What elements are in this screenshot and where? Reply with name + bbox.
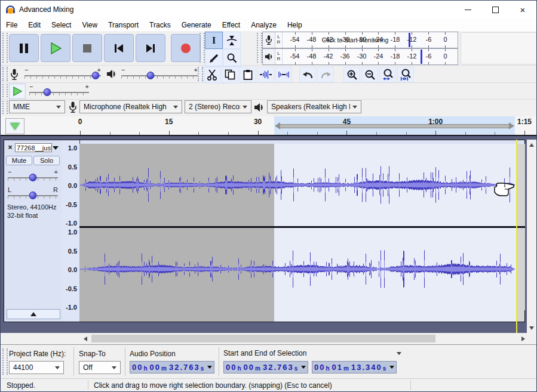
track-close-button[interactable]: × xyxy=(6,143,14,152)
zoom-out-button[interactable] xyxy=(361,67,378,82)
mute-button[interactable]: Mute xyxy=(6,156,32,165)
skip-to-start-button[interactable] xyxy=(104,34,134,62)
timeline-tick-label: 1:00 xyxy=(428,118,443,126)
menu-item-edit[interactable]: Edit xyxy=(23,21,46,29)
snap-to-dropdown[interactable]: Off xyxy=(79,361,121,374)
fit-selection-button[interactable] xyxy=(379,67,396,82)
copy-button[interactable] xyxy=(222,67,238,82)
playback-device-dropdown[interactable]: Speakers (Realtek High Def xyxy=(267,100,361,113)
vertical-scrollbar[interactable] xyxy=(527,140,536,333)
undo-button[interactable] xyxy=(299,67,316,82)
record-button[interactable] xyxy=(171,34,201,62)
paste-button[interactable] xyxy=(240,67,256,82)
waveform-channel-2[interactable] xyxy=(79,228,525,310)
timeline-ruler[interactable]: 01530451:001:15 xyxy=(1,116,536,136)
edit-toolbar-grip[interactable] xyxy=(198,67,203,81)
playback-volume-slider[interactable]: − + xyxy=(121,67,198,81)
menu-item-file[interactable]: File xyxy=(1,21,23,29)
audio-position-field[interactable]: 00h 00m 32.763s xyxy=(130,361,214,374)
chevron-down-icon xyxy=(112,366,116,369)
mixer-toolbar-grip[interactable] xyxy=(2,67,8,81)
slider-max-label: + xyxy=(85,83,89,90)
amplitude-label: 1.0 xyxy=(68,229,77,236)
recording-volume-slider[interactable]: − + xyxy=(24,67,101,81)
track-gain-slider[interactable]: − + xyxy=(8,169,58,183)
skip-to-end-button[interactable] xyxy=(136,34,165,62)
zoom-tool-button[interactable] xyxy=(223,49,241,66)
meter-toolbar-grip[interactable] xyxy=(257,33,262,63)
solo-button[interactable]: Solo xyxy=(33,156,60,165)
zoom-in-button[interactable] xyxy=(343,67,360,82)
pinned-play-head-button[interactable] xyxy=(5,118,24,134)
scroll-left-button[interactable] xyxy=(80,333,90,344)
selection-end-field[interactable]: 00h 01m 13.340s xyxy=(312,361,397,374)
menu-item-effect[interactable]: Effect xyxy=(217,21,246,29)
play-icon xyxy=(50,42,62,54)
pause-button[interactable] xyxy=(9,34,39,62)
vertical-scale-ruler[interactable]: 1.00.50.0-0.5-1.0 1.00.50.0-0.5-1.0 xyxy=(62,140,80,322)
stop-button[interactable] xyxy=(72,34,102,62)
menu-item-generate[interactable]: Generate xyxy=(176,21,217,29)
menu-item-view[interactable]: View xyxy=(76,21,103,29)
playback-meter-scale[interactable]: -54-48-42-36-30-24-18-12-60 xyxy=(283,49,458,64)
track-collapse-button[interactable] xyxy=(7,309,60,319)
redo-button[interactable] xyxy=(317,67,334,82)
scroll-right-button[interactable] xyxy=(518,333,528,344)
audio-host-dropdown[interactable]: MME xyxy=(9,100,65,113)
track-gain-thumb[interactable] xyxy=(29,174,37,181)
cut-button[interactable] xyxy=(204,67,220,82)
track-pan-thumb[interactable] xyxy=(29,192,37,199)
selection-mode-dropdown[interactable]: Start and End of Selection xyxy=(223,348,401,359)
horizontal-scroll-thumb[interactable] xyxy=(91,335,435,342)
amplitude-label: 0.0 xyxy=(68,266,77,273)
field-spinner-icon[interactable] xyxy=(207,366,212,369)
device-toolbar-grip[interactable] xyxy=(2,101,8,114)
field-spinner-icon[interactable] xyxy=(389,366,394,369)
menu-item-tracks[interactable]: Tracks xyxy=(144,21,176,29)
recording-volume-thumb[interactable] xyxy=(92,72,100,79)
selection-start-field[interactable]: 00h 00m 32.763s xyxy=(223,361,308,374)
playback-volume-thumb[interactable] xyxy=(146,72,154,79)
silence-audio-button[interactable] xyxy=(275,67,292,82)
selection-toolbar-grip[interactable] xyxy=(2,348,8,375)
play-speed-slider[interactable]: − + xyxy=(29,84,89,98)
recording-channels-dropdown[interactable]: 2 (Stereo) Recor xyxy=(185,100,251,113)
menu-item-help[interactable]: Help xyxy=(282,21,308,29)
waveform-channel-1[interactable] xyxy=(79,144,525,226)
chevron-down-icon xyxy=(397,352,401,355)
playback-meter[interactable]: LR -54-48-42-36-30-24-18-12-60 xyxy=(262,48,458,65)
record-icon xyxy=(180,43,191,54)
recording-meter-scale[interactable]: Click to Start Monitoring -54-48-42-36-3… xyxy=(283,32,458,48)
device-mic-icon xyxy=(69,101,77,113)
meter-channel-labels: LR xyxy=(275,32,283,48)
envelope-tool-button[interactable] xyxy=(223,32,241,49)
chevron-down-icon xyxy=(352,106,357,109)
recording-meter[interactable]: LR Click to Start Monitoring -54-48-42-3… xyxy=(262,32,458,48)
tools-toolbar-grip[interactable] xyxy=(200,33,205,63)
track-pan-slider[interactable]: L R xyxy=(8,187,58,201)
play-button[interactable] xyxy=(41,34,70,62)
play-speed-thumb[interactable] xyxy=(44,88,51,96)
menu-item-transport[interactable]: Transport xyxy=(103,21,144,29)
close-button[interactable]: × xyxy=(509,1,536,18)
fit-project-button[interactable] xyxy=(397,67,414,82)
track-menu-arrow-icon[interactable] xyxy=(53,146,59,150)
selection-tool-button[interactable]: I xyxy=(205,32,223,49)
menu-item-select[interactable]: Select xyxy=(46,21,76,29)
meter-scale-label: -48 xyxy=(307,36,317,43)
scroll-up-button[interactable] xyxy=(527,140,536,150)
horizontal-scrollbar[interactable] xyxy=(1,333,528,344)
trim-outside-button[interactable] xyxy=(257,67,274,82)
recording-device-dropdown[interactable]: Microphone (Realtek High xyxy=(79,100,182,113)
maximize-button[interactable] xyxy=(481,1,509,18)
scroll-down-button[interactable] xyxy=(527,323,536,333)
track-name-menu[interactable]: 77268__juski xyxy=(15,143,52,152)
menu-item-analyze[interactable]: Analyze xyxy=(246,21,282,29)
minimize-button[interactable] xyxy=(454,1,481,18)
project-rate-dropdown[interactable]: 44100 xyxy=(9,361,64,374)
transport-toolbar-grip[interactable] xyxy=(2,33,8,63)
play-at-speed-toolbar-grip[interactable] xyxy=(2,84,8,97)
play-at-speed-button[interactable] xyxy=(9,84,26,99)
draw-tool-button[interactable] xyxy=(205,49,223,66)
field-spinner-icon[interactable] xyxy=(301,366,306,369)
